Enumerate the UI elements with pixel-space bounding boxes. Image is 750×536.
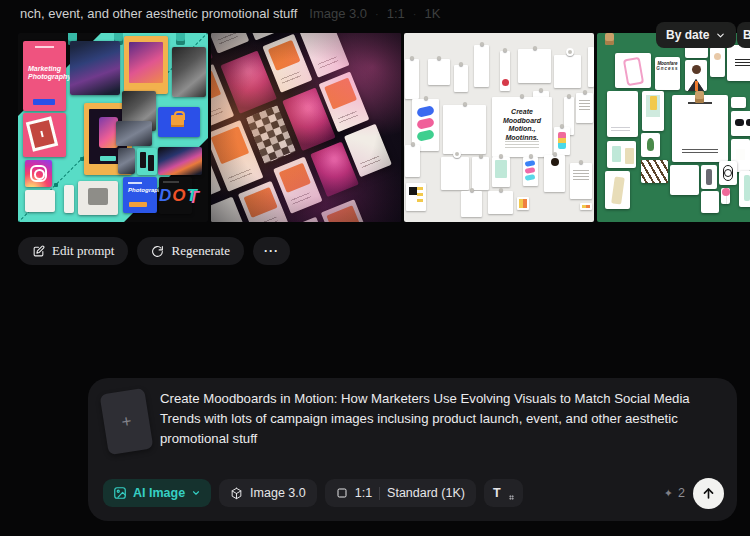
card-title: Create Moodee Moosbard Motion, [678,110,722,148]
plus-icon: + [120,411,133,432]
event-photo-card [70,41,120,95]
chevron-down-icon [715,30,726,41]
more-options-button[interactable]: ··· [253,237,290,265]
generated-image-2[interactable]: MARKTOR [211,33,401,222]
separator: · [413,8,417,20]
lollipop-card [721,188,730,204]
checker-pattern-card [428,59,450,85]
aspect-ratio-label: 1:1 [387,6,405,21]
color-chip-card [580,203,592,210]
dots-grid-icon [509,495,514,500]
phone-photo-card [701,165,717,189]
model-label: Image 3.0 [250,486,306,500]
concert-photo-card [607,91,638,137]
separator: · [375,8,379,20]
clip-pin [176,33,185,45]
generated-image-1[interactable]: Marketing Photography Photography DOT [18,33,208,222]
dot-grid-card [461,191,482,217]
sort-by-date-button[interactable]: By date [656,22,736,48]
center-title-card: Create Moodee Moosbard Motion, [672,95,728,162]
prompt-text-input[interactable]: Create Moodboards in Motion: How Markete… [160,389,713,449]
text-tool-icon: T [493,486,501,500]
credits-cost: ✦ 2 [664,486,685,500]
plant-card [641,133,660,157]
concert-photo-card [443,105,486,154]
regenerate-label: Regenerate [171,243,229,259]
street-photo-card [116,121,152,146]
text-style-button[interactable]: T [484,479,523,507]
add-image-thumbnail[interactable]: + [100,388,154,455]
divider [379,487,380,500]
logo-letter: R [701,194,719,208]
card-title: Create Moodboard Motion., Mootinns. [500,108,544,142]
composer-controls: AI Image Image 3.0 1:1 Standard (1K) T ✦… [103,479,724,507]
portrait-card [710,47,725,77]
slim-card [64,185,74,213]
submit-button[interactable] [693,478,724,509]
product-photo-card [78,181,118,215]
product-card [642,91,664,131]
app-root: nch, event, and other aesthetic promotio… [0,0,750,536]
pill-shapes-card [523,157,538,186]
dot-letter: O [172,186,186,205]
arrow-up-icon [701,486,716,501]
card-title: Marketing Photography [28,65,63,81]
credits-count: 2 [678,486,685,500]
bw-people-photo-card [172,47,206,97]
clipped-right-button[interactable]: B [737,22,750,48]
prompt-composer: + Create Moodboards in Motion: How Marke… [88,378,737,521]
mode-select-button[interactable]: AI Image [103,479,211,507]
small-photo-card [25,190,55,212]
instagram-logo-card [25,160,52,187]
square-icon [336,487,348,499]
photo-card [405,59,419,99]
product-card [739,171,750,207]
generated-image-3[interactable]: Create Moodboard Motion., Mootinns. [404,33,594,222]
aspect-quality-button[interactable]: 1:1 Standard (1K) [325,479,476,507]
instagram-logo-card [554,55,581,88]
cube-icon [230,487,243,500]
concert-photo-card [518,49,551,83]
group-photo-card [488,191,513,214]
instagram-logo-card [719,161,737,185]
phone-mockup-card [554,127,570,155]
tshirt-card [727,45,750,81]
photo-card [588,47,594,87]
clip-pin [605,33,614,45]
tilted-card-grid: MARKTOR [211,33,401,222]
quality-label: Standard (1K) [387,486,465,500]
image-icon [113,486,127,500]
bottle-card [605,171,630,209]
product-card [607,141,636,168]
stage-photo-card [158,147,202,175]
regenerate-button[interactable]: Regenerate [137,237,243,265]
sort-by-date-label: By date [666,28,709,42]
collage-card [211,33,249,54]
edit-prompt-label: Edit prompt [52,243,114,259]
highlight-card [406,183,426,211]
card-button-bar [33,99,55,105]
text-card [576,93,593,123]
phone-doodle-card [615,53,651,88]
sparkle-icon: ✦ [664,487,673,500]
brand-card: Moonfare Gncess [655,57,680,90]
orange-frame-card [124,36,168,94]
card-button-bar [129,202,147,207]
pink-collage-card [23,113,66,157]
dot-letter: D [159,186,172,205]
portrait-photo-card [544,155,565,192]
model-select-button[interactable]: Image 3.0 [219,479,317,507]
generated-image-4[interactable]: Moonfare Gncess Create Moodee Moosbard M… [597,33,750,222]
phone-in-hand-card [472,157,489,190]
generated-images-row: Marketing Photography Photography DOT [18,33,750,222]
abstract-letters-card [412,99,439,151]
clipped-button-label: B [743,28,750,42]
r-logo-card: R [701,191,719,213]
edit-prompt-button[interactable]: Edit prompt [18,237,128,265]
connector-node [54,183,58,187]
dot-letter: T [187,186,198,205]
phones-card [137,148,157,175]
more-options-label: ··· [264,244,279,258]
generation-meta: Image 3.0 · 1:1 · 1K [309,6,440,21]
collage-card [321,199,372,222]
